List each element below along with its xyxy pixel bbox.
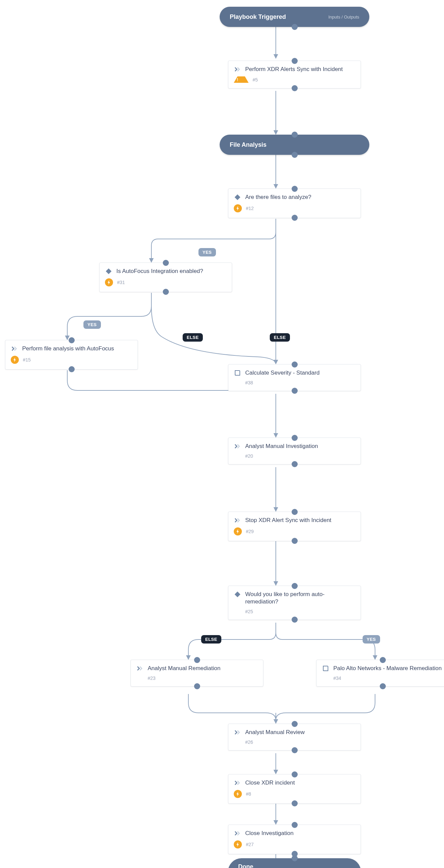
port-icon [163, 289, 169, 295]
node-section-file-analysis[interactable]: File Analysis [220, 135, 369, 155]
port-icon [380, 683, 386, 689]
card-id: #20 [245, 453, 253, 459]
card-id: #12 [246, 206, 254, 211]
bolt-icon [234, 790, 242, 798]
bolt-icon [234, 527, 242, 535]
card-title: Analyst Manual Review [245, 728, 305, 736]
pill-label: Playbook Triggered [230, 13, 286, 21]
card-id: #31 [117, 280, 125, 285]
diamond-icon [234, 591, 241, 598]
node-pan-malware-remediation[interactable]: Palo Alto Networks - Malware Remediation… [316, 660, 444, 687]
diamond-icon [234, 193, 241, 201]
bolt-icon [11, 356, 19, 364]
card-title: Perform file analysis with AutoFocus [22, 345, 114, 352]
svg-rect-0 [235, 194, 241, 200]
port-icon [194, 683, 200, 689]
port-icon [292, 617, 298, 623]
card-id: #34 [333, 676, 341, 681]
port-icon [69, 366, 75, 372]
card-title: Stop XDR Alert Sync with Incident [245, 517, 331, 524]
port-icon [194, 657, 200, 663]
port-icon [292, 85, 298, 91]
pill-label: Done [238, 863, 253, 868]
pill-label: File Analysis [230, 142, 266, 148]
port-icon [292, 186, 298, 192]
branch-label-yes: YES [84, 320, 101, 329]
port-icon [380, 657, 386, 663]
branch-label-yes: YES [362, 635, 380, 644]
port-icon [292, 538, 298, 544]
book-icon [322, 665, 329, 672]
node-files-to-analyze[interactable]: Are there files to analyze? #12 [228, 188, 361, 218]
card-title: Calculate Severity - Standard [245, 369, 320, 377]
branch-label-else: ELSE [183, 333, 203, 342]
port-icon [292, 771, 298, 777]
svg-rect-2 [235, 592, 241, 597]
chevrons-icon [11, 345, 18, 352]
bolt-icon [234, 840, 242, 848]
branch-label-yes: YES [198, 248, 216, 256]
warning-icon [234, 76, 249, 83]
playbook-flow-canvas: YES ELSE YES ELSE ELSE YES Playbook Trig… [0, 0, 444, 868]
port-icon [292, 58, 298, 64]
port-icon [292, 152, 298, 158]
card-title: Close XDR incident [245, 779, 295, 786]
card-id: #5 [253, 77, 258, 83]
card-title: Perform XDR Alerts Sync with Incident [245, 66, 343, 73]
card-title: Are there files to analyze? [245, 193, 312, 201]
chevrons-icon [234, 830, 241, 837]
chevrons-icon [234, 728, 241, 736]
node-playbook-triggered[interactable]: Playbook Triggered Inputs / Outputs [220, 7, 369, 27]
node-close-xdr-incident[interactable]: Close XDR incident #8 [228, 774, 361, 804]
node-auto-remediation-q[interactable]: Would you like to perform auto-remediati… [228, 586, 361, 620]
port-icon [292, 362, 298, 368]
chevrons-icon [234, 66, 241, 73]
card-title: Would you like to perform auto-remediati… [245, 591, 355, 606]
book-icon [234, 369, 241, 377]
card-id: #38 [245, 380, 253, 385]
chevrons-icon [234, 779, 241, 786]
card-id: #27 [246, 842, 254, 847]
card-title: Analyst Manual Investigation [245, 442, 318, 450]
card-id: #23 [148, 676, 155, 681]
node-manual-investigation[interactable]: Analyst Manual Investigation #20 [228, 437, 361, 464]
port-icon [292, 747, 298, 753]
flow-edges [0, 0, 444, 868]
port-icon [292, 461, 298, 467]
card-title: Analyst Manual Remediation [148, 665, 220, 672]
pill-sublabel: Inputs / Outputs [328, 14, 359, 20]
branch-label-else: ELSE [270, 333, 290, 342]
node-stop-xdr-sync[interactable]: Stop XDR Alert Sync with Incident #29 [228, 512, 361, 541]
node-autofocus-analysis[interactable]: Perform file analysis with AutoFocus #15 [5, 340, 138, 370]
port-icon [292, 24, 298, 30]
chevrons-icon [234, 442, 241, 450]
card-id: #8 [246, 791, 251, 797]
port-icon [69, 337, 75, 343]
node-close-investigation[interactable]: Close Investigation #27 [228, 825, 361, 854]
node-perform-xdr-sync[interactable]: Perform XDR Alerts Sync with Incident #5 [228, 61, 361, 89]
card-title: Is AutoFocus Integration enabled? [116, 268, 203, 275]
card-id: #25 [245, 609, 253, 614]
card-id: #26 [245, 739, 253, 745]
svg-rect-1 [106, 269, 112, 274]
port-icon [292, 583, 298, 589]
port-icon [292, 721, 298, 727]
bolt-icon [105, 278, 113, 286]
card-id: #15 [23, 357, 31, 363]
node-done[interactable]: Done [228, 858, 361, 868]
port-icon [163, 260, 169, 266]
node-calculate-severity[interactable]: Calculate Severity - Standard #38 [228, 364, 361, 391]
port-icon [292, 509, 298, 515]
card-title: Close Investigation [245, 830, 294, 837]
node-manual-remediation[interactable]: Analyst Manual Remediation #23 [130, 660, 263, 687]
port-icon [292, 435, 298, 441]
node-autofocus-enabled[interactable]: Is AutoFocus Integration enabled? #31 [99, 262, 232, 292]
port-icon [292, 388, 298, 394]
card-title: Palo Alto Networks - Malware Remediation [333, 665, 442, 672]
port-icon [292, 215, 298, 221]
card-id: #29 [246, 529, 254, 534]
chevrons-icon [136, 665, 144, 672]
bolt-icon [234, 204, 242, 212]
branch-label-else: ELSE [201, 635, 221, 644]
node-manual-review[interactable]: Analyst Manual Review #26 [228, 723, 361, 750]
